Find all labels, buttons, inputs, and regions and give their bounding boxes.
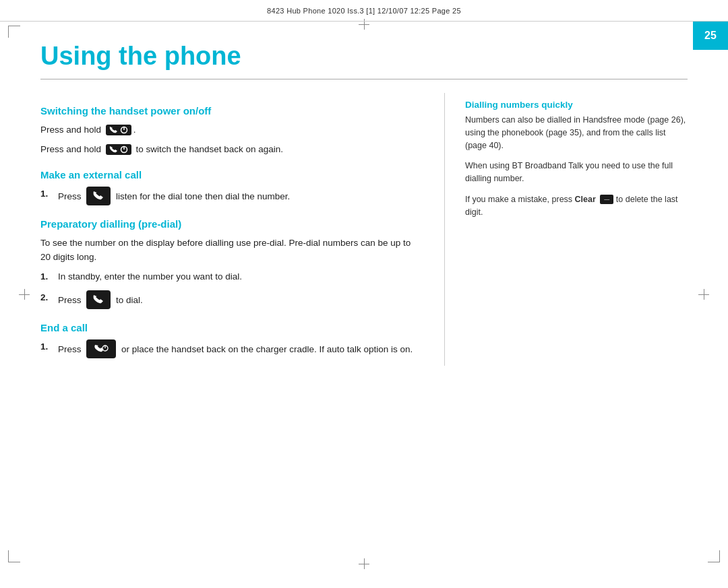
left-column: Switching the handset power on/off Press… [40, 93, 445, 366]
two-column-layout: Switching the handset power on/off Press… [40, 93, 688, 366]
power-para1: Press and hold . [40, 123, 417, 137]
page-title: Using the phone [40, 42, 688, 71]
cross-left [19, 289, 30, 300]
power-para2: Press and hold to switch the handset bac… [40, 143, 417, 157]
main-content: Using the phone Switching the handset po… [40, 22, 688, 548]
preparatory-step2: 2. Press to dial. [40, 291, 417, 310]
cross-right [698, 289, 709, 300]
sidebar-dialling-heading: Dialling numbers quickly [465, 100, 688, 110]
right-column: Dialling numbers quickly Numbers can als… [445, 93, 688, 366]
section-heading-end-call: End a call [40, 322, 417, 333]
corner-mark-br [708, 550, 720, 562]
section-heading-power: Switching the handset power on/off [40, 105, 417, 117]
corner-mark-tl [8, 26, 20, 38]
sidebar-dialling-body: Numbers can also be dialled in Handsfree… [465, 114, 688, 152]
preparatory-body: To see the number on the display before … [40, 236, 417, 265]
end-call-step1: 1. Press or place the handset back on th… [40, 340, 417, 359]
external-call-step1: 1. Press listen for the dial tone then d… [40, 187, 417, 206]
preparatory-step1: 1. In standby, enter the number you want… [40, 270, 417, 284]
corner-mark-bl [8, 550, 20, 562]
phone-button-1 [86, 187, 111, 205]
page-tab: 25 [693, 22, 728, 50]
clear-button-icon: — [600, 195, 613, 204]
cross-bottom [359, 558, 369, 569]
sidebar-mistake-body: If you make a mistake, press Clear — to … [465, 193, 688, 219]
header-text: 8423 Hub Phone 1020 Iss.3 [1] 12/10/07 1… [267, 7, 461, 15]
end-call-button [86, 339, 116, 358]
phone-button-2 [86, 290, 111, 309]
page-number: 25 [704, 30, 717, 42]
section-heading-external-call: Make an external call [40, 169, 417, 181]
sidebar-broadband-body: When using BT Broadband Talk you need to… [465, 160, 688, 185]
header-bar: 8423 Hub Phone 1020 Iss.3 [1] 12/10/07 1… [0, 0, 728, 22]
power-icon-1 [106, 125, 131, 135]
section-divider [40, 79, 688, 79]
power-icon-2 [106, 144, 131, 155]
clear-label: Clear [575, 195, 596, 204]
section-heading-preparatory: Preparatory dialling (pre-dial) [40, 218, 417, 230]
